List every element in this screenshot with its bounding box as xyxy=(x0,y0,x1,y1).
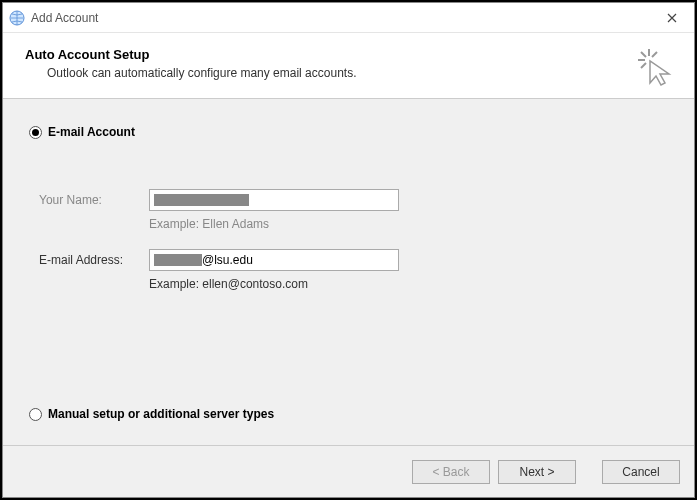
close-icon xyxy=(667,13,677,23)
add-account-dialog: Add Account Auto Account Setup Outlook c… xyxy=(2,2,695,498)
email-account-label: E-mail Account xyxy=(48,125,135,139)
email-address-label: E-mail Address: xyxy=(39,249,149,267)
email-suffix: @lsu.edu xyxy=(202,253,253,267)
wizard-content: E-mail Account Your Name: Example: Ellen… xyxy=(3,99,694,445)
redacted-name xyxy=(154,194,249,206)
manual-setup-label: Manual setup or additional server types xyxy=(48,407,274,421)
redacted-email-prefix xyxy=(154,254,202,266)
header-title: Auto Account Setup xyxy=(25,47,672,62)
email-address-input[interactable]: @lsu.edu xyxy=(149,249,399,271)
close-button[interactable] xyxy=(650,3,694,33)
your-name-example: Example: Ellen Adams xyxy=(149,217,668,231)
radio-unselected-icon xyxy=(29,408,42,421)
wizard-header: Auto Account Setup Outlook can automatic… xyxy=(3,33,694,99)
cancel-button[interactable]: Cancel xyxy=(602,460,680,484)
radio-selected-icon xyxy=(29,126,42,139)
account-form: Your Name: Example: Ellen Adams E-mail A… xyxy=(29,189,668,291)
svg-line-4 xyxy=(652,52,657,57)
header-subtitle: Outlook can automatically configure many… xyxy=(25,66,672,80)
next-button[interactable]: Next > xyxy=(498,460,576,484)
manual-setup-option[interactable]: Manual setup or additional server types xyxy=(29,407,274,421)
window-title: Add Account xyxy=(31,11,98,25)
back-button[interactable]: < Back xyxy=(412,460,490,484)
cursor-click-icon xyxy=(636,47,676,87)
svg-line-3 xyxy=(641,52,646,57)
svg-line-5 xyxy=(641,63,646,68)
your-name-input[interactable] xyxy=(149,189,399,211)
wizard-footer: < Back Next > Cancel xyxy=(3,445,694,497)
your-name-label: Your Name: xyxy=(39,189,149,207)
title-bar: Add Account xyxy=(3,3,694,33)
globe-icon xyxy=(9,10,25,26)
email-address-example: Example: ellen@contoso.com xyxy=(149,277,668,291)
email-account-option[interactable]: E-mail Account xyxy=(29,125,668,139)
